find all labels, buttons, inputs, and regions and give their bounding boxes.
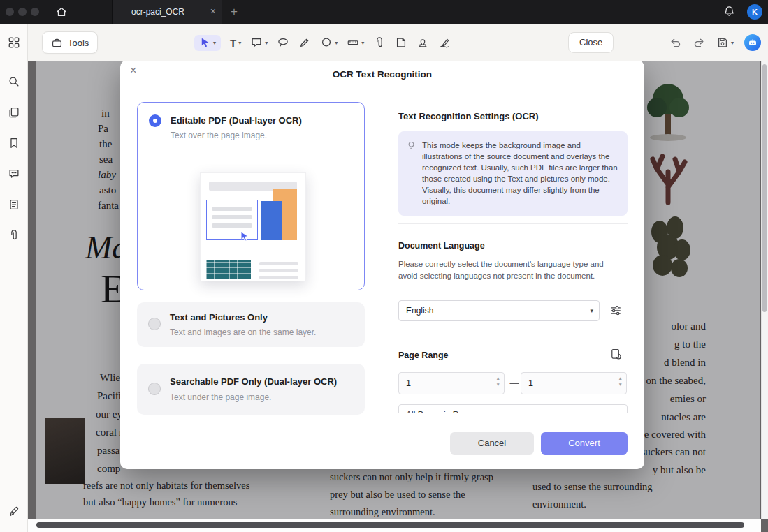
attach-tool[interactable] (373, 36, 386, 49)
attachments-icon[interactable] (8, 229, 20, 242)
stepper-down-icon[interactable]: ▼ (618, 383, 623, 387)
chevron-down-icon: ▾ (618, 405, 621, 413)
document-tab[interactable]: ocr-paci_OCR × (112, 0, 222, 24)
ocr-option-text-pictures[interactable]: Text and Pictures Only Text and images a… (137, 302, 365, 347)
save-tool[interactable]: ▾ (716, 36, 734, 49)
close-editor-button[interactable]: Close (568, 32, 614, 53)
circle-shape-icon (320, 36, 333, 49)
chevron-down-icon: ▾ (361, 40, 364, 46)
new-tab-button[interactable]: + (231, 0, 238, 23)
settings-heading: Text Recognition Settings (OCR) (398, 111, 539, 121)
ai-assistant-button[interactable] (744, 34, 761, 51)
cursor-icon (238, 230, 251, 243)
shape-tool[interactable]: ▾ (320, 36, 338, 49)
page-from-field: ▲ ▼ (398, 372, 505, 394)
measure-tool[interactable]: ▾ (347, 36, 364, 49)
robot-icon (748, 38, 758, 47)
radio-icon[interactable] (148, 318, 161, 330)
comment-tool[interactable]: ▾ (250, 36, 268, 49)
sticker-icon (395, 36, 407, 49)
save-icon (716, 36, 729, 49)
page-scope-value: All Pages in Range (406, 405, 477, 413)
chevron-down-icon: ▾ (213, 40, 216, 46)
option-label: Text and Pictures Only (170, 312, 268, 323)
paperclip-icon (373, 36, 386, 49)
stepper-up-icon[interactable]: ▲ (618, 376, 623, 381)
text-tool-icon: T (230, 38, 236, 48)
titlebar: ocr-paci_OCR × + K (0, 0, 768, 24)
tab-close-icon[interactable]: × (210, 0, 216, 23)
pen-edit-icon[interactable] (8, 505, 20, 518)
toolbar-right-group: ▾ (669, 34, 761, 51)
signature-tool[interactable] (438, 36, 451, 49)
option-description: Text under the page image. (170, 392, 271, 402)
user-avatar[interactable]: K (747, 4, 762, 20)
ocr-option-searchable-pdf[interactable]: Searchable PDF Only (Dual-layer OCR) Tex… (137, 364, 365, 415)
notification-bell-icon[interactable] (723, 5, 736, 18)
tab-title: ocr-paci_OCR (113, 0, 203, 24)
comments-icon[interactable] (8, 168, 20, 180)
horizontal-scrollbar[interactable] (28, 519, 761, 532)
sticker-tool[interactable] (395, 36, 407, 49)
tools-button-label: Tools (68, 38, 89, 48)
chevron-down-icon: ▾ (731, 40, 734, 46)
light-bulb-icon (406, 140, 416, 151)
stepper-up-icon[interactable]: ▲ (496, 376, 500, 381)
language-hint: Please correctly select the document's l… (398, 258, 625, 281)
radio-icon[interactable] (148, 383, 161, 395)
option-description: Text over the page image. (171, 131, 267, 140)
language-select[interactable]: English ▾ (398, 300, 600, 321)
toolbar: Tools ▾ T ▾ ▾ ▾ (28, 24, 768, 61)
text-tool[interactable]: T ▾ (230, 38, 241, 48)
highlighter-tool[interactable] (298, 36, 311, 49)
home-icon[interactable] (55, 6, 68, 18)
signature-pen-icon (438, 36, 451, 49)
info-box: This mode keeps the background image and… (398, 131, 628, 216)
info-text: This mode keeps the background image and… (422, 140, 618, 207)
convert-button[interactable]: Convert (541, 432, 628, 455)
language-settings-icon[interactable] (609, 304, 622, 317)
language-select-value: English (406, 301, 433, 320)
cancel-button[interactable]: Cancel (450, 432, 534, 455)
window-minimize-button[interactable] (18, 8, 27, 16)
radio-selected-icon[interactable] (149, 114, 161, 127)
page-to-input[interactable] (521, 372, 627, 394)
redo-icon[interactable] (693, 36, 706, 50)
callout-tool[interactable] (277, 36, 289, 49)
bookmark-icon[interactable] (8, 137, 20, 149)
window-close-button[interactable] (6, 8, 14, 16)
document-viewport: in Pa the sea laby asto fanta Ma E Wlien… (28, 61, 768, 532)
search-icon[interactable] (8, 75, 20, 88)
ocr-dialog: × OCR Text Recognition Editable PDF (Dua… (120, 61, 644, 469)
page-scope-select-clipped[interactable]: All Pages in Range ▾ (398, 404, 628, 413)
horizontal-scrollbar-thumb[interactable] (36, 522, 744, 528)
tools-button[interactable]: Tools (42, 31, 98, 54)
page-from-input[interactable] (398, 372, 505, 394)
illustration-page (200, 172, 306, 281)
ruler-icon (347, 36, 359, 49)
dialog-title: OCR Text Recognition (120, 69, 644, 80)
grid-menu-icon[interactable] (8, 36, 20, 49)
vertical-scrollbar[interactable] (761, 61, 768, 519)
stepper-down-icon[interactable]: ▼ (496, 383, 500, 387)
page-range-icon[interactable] (609, 348, 623, 361)
select-tool[interactable]: ▾ (194, 35, 221, 51)
stepper: ▲ ▼ (496, 376, 500, 387)
notes-icon[interactable] (8, 198, 20, 211)
annotation-toolbar: ▾ T ▾ ▾ ▾ ▾ (194, 31, 451, 54)
stepper: ▲ ▼ (618, 376, 623, 387)
ocr-option-editable-pdf[interactable]: Editable PDF (Dual-layer OCR) Text over … (137, 102, 365, 290)
cursor-icon (199, 37, 211, 49)
range-separator: — (508, 372, 521, 394)
stamp-tool[interactable] (416, 36, 429, 49)
page-thumbnails-icon[interactable] (8, 106, 20, 119)
chevron-down-icon: ▾ (590, 301, 593, 320)
chevron-down-icon: ▾ (238, 40, 241, 46)
window-zoom-button[interactable] (31, 8, 39, 16)
document-language-heading: Document Language (398, 241, 485, 251)
option-label: Searchable PDF Only (Dual-layer OCR) (170, 376, 337, 387)
sidebar (0, 24, 28, 532)
vertical-scrollbar-thumb[interactable] (762, 64, 767, 312)
highlighter-icon (298, 36, 311, 49)
undo-icon[interactable] (669, 36, 682, 50)
